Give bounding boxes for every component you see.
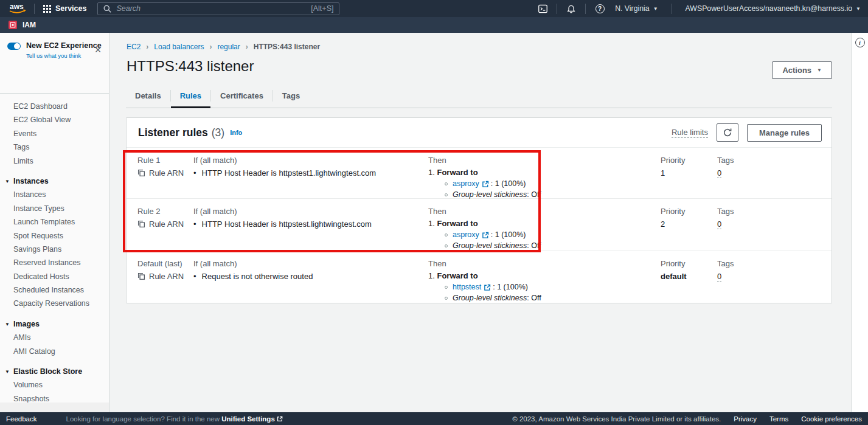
page-root: aws Services [Alt+S] bbox=[0, 0, 868, 425]
global-search[interactable]: [Alt+S] bbox=[97, 2, 339, 15]
forward-to-action: 1. Forward to bbox=[428, 168, 661, 177]
tags-count-link[interactable]: 0 bbox=[717, 219, 721, 229]
external-link-icon[interactable] bbox=[484, 284, 491, 291]
language-selection-note: Looking for language selection? Find it … bbox=[66, 415, 283, 423]
breadcrumb-load-balancers[interactable]: Load balancers bbox=[154, 43, 204, 51]
favorite-iam-link[interactable]: IAM bbox=[9, 21, 36, 29]
new-experience-toggle[interactable] bbox=[7, 43, 21, 50]
unified-settings-link[interactable]: Unified Settings bbox=[221, 415, 275, 423]
circle-bullet-icon bbox=[445, 233, 448, 237]
chevron-right-icon: › bbox=[146, 43, 148, 51]
cookie-preferences-link[interactable]: Cookie preferences bbox=[801, 415, 862, 423]
priority-column-header: Priority bbox=[661, 259, 717, 268]
cloudshell-button[interactable] bbox=[535, 0, 550, 17]
sidebar-item-capacity-reservations[interactable]: Capacity Reservations bbox=[0, 297, 109, 310]
target-weight: : 1 (100%) bbox=[491, 230, 526, 239]
copy-icon bbox=[137, 220, 145, 228]
sidebar-section-elastic-block-store[interactable]: ▼Elastic Block Store bbox=[0, 365, 109, 378]
tab-certificates[interactable]: Certificates bbox=[210, 90, 273, 102]
sidebar-item-limits[interactable]: Limits bbox=[0, 154, 109, 168]
rule-arn-copy-button[interactable]: Rule ARN bbox=[137, 168, 193, 178]
rule-arn-copy-button[interactable]: Rule ARN bbox=[137, 219, 193, 229]
close-icon[interactable]: ✕ bbox=[94, 45, 102, 55]
sidebar-item-reserved-instances[interactable]: Reserved Instances bbox=[0, 256, 109, 269]
main-content: EC2 › Load balancers › regular › HTTPS:4… bbox=[109, 33, 851, 412]
circle-bullet-icon bbox=[445, 182, 448, 185]
tags-count-link[interactable]: 0 bbox=[717, 272, 721, 282]
rules-count: (3) bbox=[212, 126, 224, 139]
target-group-link[interactable]: asproxy bbox=[453, 179, 479, 188]
external-link-icon[interactable] bbox=[482, 181, 489, 188]
circle-bullet-icon bbox=[445, 286, 448, 289]
forward-to-action: 1. Forward to bbox=[428, 219, 661, 228]
account-menu[interactable]: AWSPowerUserAccess/navaneeth.kn@harness.… bbox=[678, 4, 868, 13]
sidebar-section-instances[interactable]: ▼Instances bbox=[0, 174, 109, 188]
rule-name: Rule 1 bbox=[137, 156, 193, 165]
sidebar-item-ami-catalog[interactable]: AMI Catalog bbox=[0, 345, 109, 358]
aws-logo-icon: aws bbox=[7, 2, 28, 15]
tab-tags[interactable]: Tags bbox=[273, 90, 309, 102]
tab-rules[interactable]: Rules bbox=[170, 90, 210, 102]
aws-logo[interactable]: aws bbox=[7, 2, 28, 15]
sidebar-section-images[interactable]: ▼Images bbox=[0, 317, 109, 331]
sidebar-item-dedicated-hosts[interactable]: Dedicated Hosts bbox=[0, 270, 109, 283]
help-button[interactable]: ? bbox=[592, 0, 608, 17]
triangle-down-icon: ▼ bbox=[5, 179, 10, 184]
sidebar-item-savings-plans[interactable]: Savings Plans bbox=[0, 243, 109, 256]
feedback-link[interactable]: Feedback bbox=[6, 415, 37, 423]
copy-icon bbox=[137, 272, 145, 280]
circle-bullet-icon bbox=[445, 297, 448, 300]
sidebar-item-ec2-dashboard[interactable]: EC2 Dashboard bbox=[0, 100, 109, 113]
sidebar-item-launch-templates[interactable]: Launch Templates bbox=[0, 215, 109, 229]
sidebar-item-amis[interactable]: AMIs bbox=[0, 331, 109, 344]
triangle-down-icon: ▼ bbox=[5, 322, 10, 327]
rule-arn-copy-button[interactable]: Rule ARN bbox=[137, 272, 193, 281]
privacy-link[interactable]: Privacy bbox=[734, 415, 757, 423]
tags-count-link[interactable]: 0 bbox=[717, 168, 721, 178]
svg-text:aws: aws bbox=[10, 2, 24, 11]
region-selector[interactable]: N. Virginia ▼ bbox=[608, 4, 665, 13]
sidebar-item-instance-types[interactable]: Instance Types bbox=[0, 202, 109, 215]
sidebar-item-tags[interactable]: Tags bbox=[0, 140, 109, 154]
breadcrumb-ec2[interactable]: EC2 bbox=[127, 43, 141, 51]
sidebar-item-ec2-global-view[interactable]: EC2 Global View bbox=[0, 113, 109, 126]
sidebar-scrollbar-track[interactable] bbox=[0, 403, 109, 412]
search-input[interactable] bbox=[116, 4, 311, 13]
manage-rules-button[interactable]: Manage rules bbox=[747, 124, 822, 142]
breadcrumb-regular[interactable]: regular bbox=[217, 43, 240, 51]
notifications-button[interactable] bbox=[563, 0, 579, 17]
refresh-button[interactable] bbox=[717, 123, 738, 142]
new-ec2-experience-box: New EC2 Experience Tell us what you thin… bbox=[0, 33, 109, 94]
search-shortcut-hint: [Alt+S] bbox=[311, 4, 333, 13]
priority-value: default bbox=[661, 272, 717, 281]
footer-bar: Feedback Looking for language selection?… bbox=[0, 412, 868, 425]
divider bbox=[34, 4, 35, 14]
ec2-sidebar: New EC2 Experience Tell us what you thin… bbox=[0, 33, 109, 412]
listener-rules-panel: Listener rules (3) Info Rule limits Mana… bbox=[126, 117, 832, 303]
panel-title: Listener rules bbox=[138, 126, 208, 139]
stickiness-value: : Off bbox=[527, 241, 541, 250]
sidebar-item-instances[interactable]: Instances bbox=[0, 188, 109, 201]
info-link[interactable]: Info bbox=[230, 129, 242, 136]
services-menu-button[interactable]: Services bbox=[41, 4, 89, 13]
sidebar-item-volumes[interactable]: Volumes bbox=[0, 378, 109, 392]
rule-limits-link[interactable]: Rule limits bbox=[672, 128, 708, 138]
target-group-link[interactable]: httpstest bbox=[453, 283, 481, 291]
target-weight: : 1 (100%) bbox=[493, 283, 528, 291]
rule-row-1: Rule 1 Rule ARN If (all match) •HTTP Hos… bbox=[127, 148, 832, 198]
sidebar-item-scheduled-instances[interactable]: Scheduled Instances bbox=[0, 283, 109, 297]
sidebar-item-events[interactable]: Events bbox=[0, 127, 109, 140]
actions-button[interactable]: Actions ▼ bbox=[772, 61, 832, 79]
new-experience-title: New EC2 Experience bbox=[26, 41, 102, 50]
external-link-icon[interactable] bbox=[482, 232, 489, 239]
terms-link[interactable]: Terms bbox=[769, 415, 788, 423]
new-experience-feedback-link[interactable]: Tell us what you think bbox=[26, 52, 102, 59]
info-icon[interactable]: i bbox=[855, 38, 865, 47]
stickiness-line: Group-level stickiness : Off bbox=[445, 294, 661, 302]
tab-details[interactable]: Details bbox=[126, 90, 170, 102]
grid-icon bbox=[43, 5, 51, 13]
rule-row-2: Rule 2 Rule ARN If (all match) •HTTP Hos… bbox=[127, 198, 832, 251]
target-group-link[interactable]: asproxy bbox=[453, 230, 479, 239]
stickiness-value: : Off bbox=[527, 190, 541, 199]
sidebar-item-spot-requests[interactable]: Spot Requests bbox=[0, 229, 109, 243]
